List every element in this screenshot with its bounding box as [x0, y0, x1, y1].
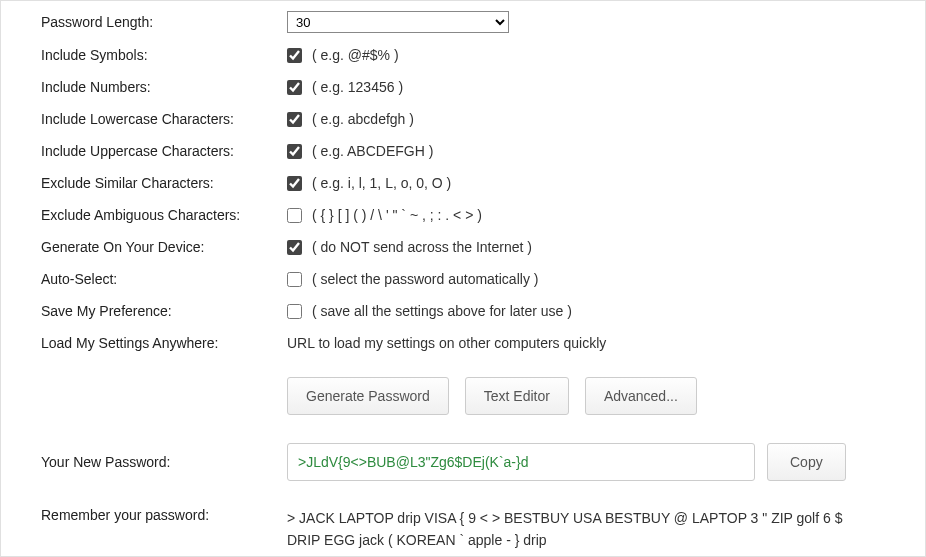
remember-password-text: > JACK LAPTOP drip VISA { 9 < > BESTBUY …	[287, 507, 877, 552]
label-include-uppercase: Include Uppercase Characters:	[41, 143, 287, 159]
hint-include-uppercase: ( e.g. ABCDEFGH )	[312, 143, 433, 159]
label-save-preference: Save My Preference:	[41, 303, 287, 319]
row-remember-password: Remember your password: > JACK LAPTOP dr…	[41, 507, 895, 552]
label-auto-select: Auto-Select:	[41, 271, 287, 287]
include-uppercase-checkbox[interactable]	[287, 144, 302, 159]
advanced-button[interactable]: Advanced...	[585, 377, 697, 415]
label-remember-password: Remember your password:	[41, 507, 287, 523]
action-buttons-row: Generate Password Text Editor Advanced..…	[41, 377, 895, 415]
include-symbols-checkbox[interactable]	[287, 48, 302, 63]
password-generator-panel: Password Length: 30 Include Symbols: ( e…	[0, 0, 926, 557]
hint-generate-on-device: ( do NOT send across the Internet )	[312, 239, 532, 255]
row-save-preference: Save My Preference: ( save all the setti…	[41, 301, 895, 321]
include-numbers-checkbox[interactable]	[287, 80, 302, 95]
label-exclude-ambiguous: Exclude Ambiguous Characters:	[41, 207, 287, 223]
row-include-symbols: Include Symbols: ( e.g. @#$% )	[41, 45, 895, 65]
row-exclude-ambiguous: Exclude Ambiguous Characters: ( { } [ ] …	[41, 205, 895, 225]
generate-password-button[interactable]: Generate Password	[287, 377, 449, 415]
hint-include-lowercase: ( e.g. abcdefgh )	[312, 111, 414, 127]
generate-on-device-checkbox[interactable]	[287, 240, 302, 255]
row-exclude-similar: Exclude Similar Characters: ( e.g. i, l,…	[41, 173, 895, 193]
hint-exclude-ambiguous: ( { } [ ] ( ) / \ ' " ` ~ , ; : . < > )	[312, 207, 482, 223]
password-length-select[interactable]: 30	[287, 11, 509, 33]
exclude-similar-checkbox[interactable]	[287, 176, 302, 191]
label-new-password: Your New Password:	[41, 454, 287, 470]
label-exclude-similar: Exclude Similar Characters:	[41, 175, 287, 191]
copy-button[interactable]: Copy	[767, 443, 846, 481]
label-generate-on-device: Generate On Your Device:	[41, 239, 287, 255]
row-include-numbers: Include Numbers: ( e.g. 123456 )	[41, 77, 895, 97]
row-load-settings: Load My Settings Anywhere: URL to load m…	[41, 333, 895, 353]
row-include-uppercase: Include Uppercase Characters: ( e.g. ABC…	[41, 141, 895, 161]
row-generate-on-device: Generate On Your Device: ( do NOT send a…	[41, 237, 895, 257]
include-lowercase-checkbox[interactable]	[287, 112, 302, 127]
exclude-ambiguous-checkbox[interactable]	[287, 208, 302, 223]
hint-include-symbols: ( e.g. @#$% )	[312, 47, 399, 63]
label-include-numbers: Include Numbers:	[41, 79, 287, 95]
hint-exclude-similar: ( e.g. i, l, 1, L, o, 0, O )	[312, 175, 451, 191]
save-preference-checkbox[interactable]	[287, 304, 302, 319]
auto-select-checkbox[interactable]	[287, 272, 302, 287]
label-load-settings: Load My Settings Anywhere:	[41, 335, 287, 351]
hint-include-numbers: ( e.g. 123456 )	[312, 79, 403, 95]
hint-load-settings: URL to load my settings on other compute…	[287, 335, 606, 351]
row-include-lowercase: Include Lowercase Characters: ( e.g. abc…	[41, 109, 895, 129]
row-new-password: Your New Password: Copy	[41, 443, 895, 481]
hint-auto-select: ( select the password automatically )	[312, 271, 538, 287]
row-password-length: Password Length: 30	[41, 11, 895, 33]
new-password-input[interactable]	[287, 443, 755, 481]
label-include-symbols: Include Symbols:	[41, 47, 287, 63]
label-password-length: Password Length:	[41, 14, 287, 30]
label-include-lowercase: Include Lowercase Characters:	[41, 111, 287, 127]
hint-save-preference: ( save all the settings above for later …	[312, 303, 572, 319]
row-auto-select: Auto-Select: ( select the password autom…	[41, 269, 895, 289]
text-editor-button[interactable]: Text Editor	[465, 377, 569, 415]
